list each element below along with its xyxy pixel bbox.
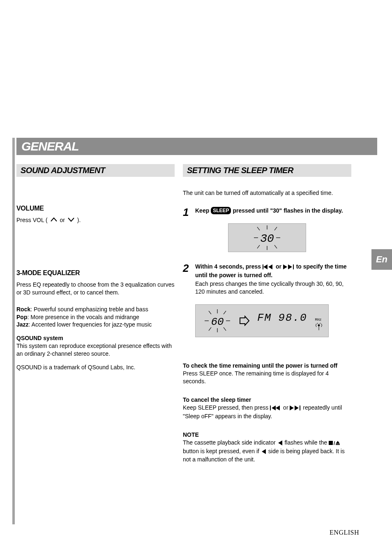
step2-or: or	[276, 263, 283, 270]
volume-heading: VOLUME	[16, 205, 175, 212]
svg-rect-37	[336, 444, 340, 445]
svg-point-24	[318, 324, 320, 326]
step1-suffix: pressed until "30" flashes in the displa…	[233, 207, 343, 214]
svg-marker-38	[262, 449, 266, 454]
qsound-text2: QSOUND is a trademark of QSound Labs, In…	[16, 364, 175, 371]
flash-60: 60	[199, 308, 236, 333]
step-2: 2 Within 4 seconds, press or to specify …	[183, 263, 351, 279]
svg-rect-32	[300, 405, 300, 410]
rock-label: Rock	[16, 306, 30, 313]
display-30: 30	[228, 223, 306, 252]
svg-marker-30	[290, 405, 294, 410]
step-2-num: 2	[183, 263, 195, 273]
equalizer-heading: 3-MODE EQUALIZER	[16, 269, 175, 277]
section-sleep-timer-title: SETTING THE SLEEP TIMER	[183, 164, 351, 177]
svg-line-19	[224, 327, 226, 331]
qsound-label: QSOUND system	[16, 334, 175, 342]
display-freq-group: FM 98.0 MHz	[257, 312, 323, 330]
svg-rect-8	[263, 264, 263, 269]
cancel-body: Keep SLEEP pressed, then press or repeat…	[183, 404, 351, 420]
note-mid1: flashes while the	[284, 439, 328, 446]
right-column: SETTING THE SLEEP TIMER The unit can be …	[183, 164, 351, 463]
step-2-text: Within 4 seconds, press or to specify th…	[195, 263, 351, 279]
arrow-right-icon	[239, 315, 250, 326]
equalizer-intro: Press EQ repeatedly to choose from the 3…	[16, 281, 175, 297]
display-band: FM	[257, 312, 272, 324]
display-30-value: 30	[260, 232, 274, 245]
rock-text: : Powerful sound emphasizing treble and …	[30, 306, 148, 313]
svg-marker-11	[283, 264, 287, 269]
volume-up-icon	[49, 216, 58, 224]
svg-text:/: /	[334, 440, 335, 445]
cancel-prefix: Keep SLEEP pressed, then press	[183, 404, 270, 411]
svg-marker-36	[336, 441, 340, 444]
flash-30: 30	[242, 225, 292, 250]
volume-text-suffix: ).	[77, 217, 81, 223]
sleep-timer-title: SETTING THE SLEEP TIMER	[187, 166, 293, 175]
note-body: The cassette playback side indicator fla…	[183, 439, 351, 464]
svg-line-26	[320, 323, 321, 324]
svg-marker-10	[268, 264, 272, 269]
svg-marker-12	[288, 264, 292, 269]
volume-down-icon	[67, 216, 76, 224]
step-1-text: Keep SLEEP pressed until "30" flashes in…	[195, 207, 343, 215]
skip-back-icon	[263, 264, 274, 271]
svg-line-25	[317, 323, 318, 324]
svg-marker-33	[278, 440, 282, 445]
svg-line-16	[224, 311, 226, 314]
svg-line-0	[257, 227, 260, 230]
pop-label: Pop	[16, 314, 27, 320]
step-1: 1 Keep SLEEP pressed until "30" flashes …	[183, 207, 351, 218]
svg-rect-13	[293, 264, 294, 269]
language-tab-label: En	[376, 254, 387, 265]
sound-adjustment-title: SOUND ADJUSTMENT	[21, 166, 105, 175]
svg-rect-34	[329, 441, 333, 445]
jazz-text: : Accented lower frequencies for jazz-ty…	[29, 321, 152, 328]
svg-marker-9	[263, 264, 267, 269]
left-column: SOUND ADJUSTMENT VOLUME Press VOL ( or )…	[16, 164, 183, 463]
page-title-bar: GENERAL	[16, 138, 377, 155]
note-heading: NOTE	[183, 431, 351, 439]
sleep-intro: The unit can be turned off automatically…	[183, 189, 351, 197]
volume-text-prefix: Press VOL (	[16, 217, 48, 223]
svg-marker-31	[295, 405, 299, 410]
footer-language: ENGLISH	[330, 529, 359, 536]
step1-prefix: Keep	[195, 207, 211, 214]
skip-back-icon-2	[270, 405, 281, 412]
cancel-or: or	[283, 404, 290, 411]
radio-tower-icon	[315, 322, 323, 330]
volume-text-or: or	[60, 217, 67, 223]
svg-line-14	[209, 311, 211, 314]
step2-prefix: Within 4 seconds, press	[195, 263, 263, 270]
side-rule	[12, 138, 15, 524]
step2-body: Each press changes the time cyclically t…	[195, 280, 351, 296]
display-unit: MHz	[315, 318, 322, 322]
jazz-label: Jazz	[16, 321, 29, 328]
language-tab: En	[371, 249, 392, 270]
sleep-button-icon: SLEEP	[211, 207, 231, 214]
stop-eject-icon: /	[329, 440, 340, 447]
cancel-heading: To cancel the sleep timer	[183, 396, 351, 404]
note-prefix: The cassette playback side indicator	[183, 439, 277, 446]
play-left-icon	[277, 440, 283, 447]
section-sound-adjustment-title: SOUND ADJUSTMENT	[16, 164, 175, 177]
volume-text: Press VOL ( or ).	[16, 216, 175, 224]
note-mid2: button is kept pressed, even if	[183, 448, 261, 454]
skip-fwd-icon	[283, 264, 295, 271]
pop-text: : More presence in the vocals and midran…	[27, 314, 139, 320]
display-60-value: 60	[211, 316, 224, 328]
svg-line-2	[274, 227, 277, 230]
svg-marker-29	[276, 405, 280, 410]
display-freq: 98.0	[278, 312, 307, 324]
play-left-icon-2	[261, 448, 267, 456]
qsound-text1: This system can reproduce exceptional pr…	[16, 342, 175, 358]
display-wide: 60 FM 98.0 MHz	[195, 304, 329, 337]
step-1-num: 1	[183, 207, 195, 218]
svg-line-5	[274, 245, 277, 248]
page-title: GENERAL	[21, 139, 79, 153]
svg-marker-28	[272, 405, 276, 410]
svg-marker-22	[240, 316, 249, 325]
page-content: GENERAL SOUND ADJUSTMENT VOLUME Press VO…	[16, 138, 377, 463]
check-heading: To check the time remaining until the po…	[183, 362, 351, 370]
check-body: Press SLEEP once. The remaining time is …	[183, 370, 351, 385]
